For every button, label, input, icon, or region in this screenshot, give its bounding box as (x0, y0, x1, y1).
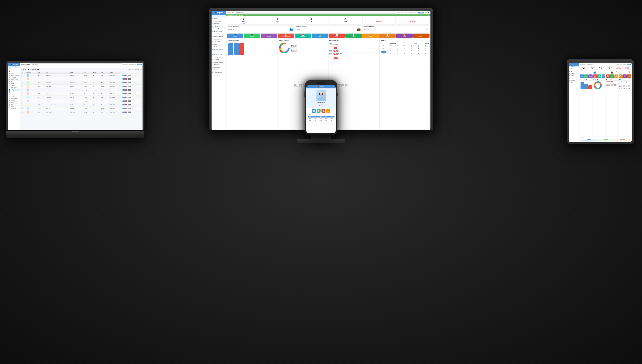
cal-day-2[interactable]: 2 (415, 46, 422, 48)
cal-day-18[interactable]: 18 (380, 51, 387, 53)
report-btn[interactable]: Report (128, 112, 131, 113)
report-btn[interactable]: Report (128, 97, 131, 98)
t-qa-student[interactable]: 👨‍🎓 Student (580, 74, 584, 78)
edit-btn[interactable]: Edit (122, 108, 125, 109)
sidebar-item-submission[interactable]: Submission (212, 69, 226, 71)
phone-btn-2[interactable]: 📋 (317, 109, 320, 113)
qa-message-btn[interactable]: ✉ Message (413, 34, 430, 38)
tablet-update-btn[interactable]: Update (627, 64, 631, 65)
qa-fees-btn[interactable]: 💰 Fees (312, 34, 328, 38)
t-qa-leave[interactable]: ⏰ Leave (610, 74, 614, 78)
cal-day-12[interactable]: 12 (387, 50, 394, 51)
report-btn[interactable]: Report (128, 75, 131, 76)
phone-btn-3[interactable]: 📝 (322, 109, 325, 113)
sidebar-item-manage-student[interactable]: Manage Student (212, 61, 226, 64)
cal-today-btn[interactable]: today (414, 43, 417, 44)
search-input[interactable] (235, 12, 396, 14)
edit-btn[interactable]: Edit (122, 78, 125, 80)
sidebar-item-section[interactable]: Section (212, 46, 226, 48)
tablet-hr-item[interactable]: 👥 HR (569, 71, 579, 73)
laptop-syllabus-item[interactable]: 📖 Syllabus (8, 85, 20, 87)
del-btn[interactable]: Del (125, 104, 128, 106)
report-btn[interactable]: Report (128, 108, 131, 109)
cal-day-24[interactable]: 24 (422, 51, 429, 53)
report-btn[interactable]: Report (128, 90, 131, 91)
edit-btn[interactable]: Edit (122, 93, 125, 94)
cal-day-16[interactable]: 16 (415, 50, 422, 51)
sidebar-item-teacher[interactable]: Manage Teacher (212, 35, 226, 38)
t-qa-notice[interactable]: 🔔 Notice (623, 74, 627, 78)
del-btn[interactable]: Del (125, 90, 128, 91)
sidebar-item-routine[interactable]: Manage Routine (212, 56, 226, 58)
notice-badge-1[interactable]: Details (335, 44, 338, 45)
sidebar-item-leave[interactable]: Manage Leave (212, 30, 226, 33)
cal-day-0[interactable] (380, 46, 387, 48)
edit-btn[interactable]: Edit (122, 104, 125, 106)
sidebar-item-live-class[interactable]: Live Class (212, 40, 226, 43)
del-btn[interactable]: Del (125, 75, 128, 76)
cal-day-26[interactable]: 26 (387, 53, 394, 54)
qa-report-btn[interactable]: 📄 Report (379, 34, 396, 38)
cal-day-17[interactable]: 17 (422, 50, 429, 51)
del-btn[interactable]: Del (125, 97, 128, 98)
qa-result-btn[interactable]: 📊 Result (328, 34, 345, 38)
t-notice-badge-1[interactable]: Detail (610, 81, 613, 82)
t-qa-hostel[interactable]: 🏠 Hostel (614, 74, 618, 78)
del-btn[interactable]: Del (125, 112, 128, 113)
report-btn[interactable]: Report (128, 104, 131, 106)
edit-btn[interactable]: Edit (122, 82, 125, 83)
cal-day-22[interactable]: 22 (408, 51, 415, 53)
laptop-study-item[interactable]: 📝 Study Material (8, 87, 20, 89)
notice-badge-4[interactable]: Details (334, 54, 338, 55)
laptop-generate-card-item[interactable]: 🪪 Generate Card (8, 97, 20, 99)
laptop-attendance-item[interactable]: ✅ Attendance (8, 91, 20, 93)
laptop-event-item[interactable]: 📅 Event (8, 104, 20, 106)
tablet-payroll-item[interactable]: 💰 Payroll (569, 69, 579, 71)
qa-student-btn[interactable]: 👨‍🎓 Student (227, 34, 243, 38)
sidebar-item-subject[interactable]: Manage Subject (212, 48, 226, 51)
del-btn[interactable]: Del (125, 108, 128, 109)
tablet-student-item[interactable]: 👨‍🎓 Student (569, 78, 579, 80)
edit-btn[interactable]: Edit (122, 86, 125, 87)
cal-day-000[interactable] (394, 46, 401, 48)
cal-next-btn[interactable]: › (404, 42, 406, 44)
tablet-class-item[interactable]: 📚 Class (569, 76, 579, 78)
t-qa-routine[interactable]: 📅 Routine (597, 74, 601, 78)
tablet-teacher-item[interactable]: 👨‍🏫 Teacher (569, 74, 579, 76)
sidebar-item-guardian[interactable]: Guardian (212, 58, 226, 61)
cal-day-13[interactable]: 13 (394, 50, 401, 51)
qa-student-att-btn[interactable]: 📋 Student Attendance (278, 34, 294, 38)
cal-day-6[interactable]: 6 (394, 48, 401, 49)
sidebar-item-attendance[interactable]: Attendance (212, 64, 226, 66)
del-btn[interactable]: Del (125, 78, 128, 80)
cal-day-00[interactable] (387, 46, 394, 48)
notice-badge-5[interactable]: Details (334, 58, 338, 59)
sidebar-item-assignment[interactable]: Assignment (212, 66, 226, 69)
alert-close[interactable]: ✕ (428, 15, 429, 16)
qa-hostel-btn[interactable]: 🏠 Hostel (362, 34, 378, 38)
laptop-dash-item[interactable]: 📊 Dashboard (8, 66, 20, 68)
notice-badge-3[interactable]: Details (334, 51, 338, 52)
sidebar-item-syllabus[interactable]: Syllabus (212, 51, 226, 53)
laptop-exam-item[interactable]: 📝 Manage Exam (8, 95, 20, 97)
edit-btn[interactable]: Edit (122, 97, 125, 98)
tablet-attendance-item[interactable]: ✅ Attendance (569, 80, 579, 82)
laptop-payroll-item[interactable]: 💰 Payroll (8, 72, 20, 74)
laptop-search-input[interactable] (31, 64, 122, 65)
tablet-admin-item[interactable]: 👤 Admin (569, 68, 579, 69)
edit-btn[interactable]: Edit (122, 112, 125, 113)
laptop-setting-item[interactable]: ⚙ Setting (8, 68, 20, 70)
cal-day-10[interactable]: 10 (422, 48, 429, 49)
sidebar-item-exam[interactable]: Manage Exam (212, 74, 226, 76)
laptop-hr-item[interactable]: 👥 Human Resource (8, 74, 20, 76)
phone-btn-1[interactable]: 📊 (312, 109, 316, 113)
sidebar-item-hr[interactable]: Human Resource (212, 28, 226, 30)
cal-day-0000[interactable] (401, 46, 408, 48)
cal-day-8[interactable]: 8 (408, 48, 415, 49)
cal-day-30[interactable]: 30 (415, 53, 422, 54)
laptop-admin-item[interactable]: 👤 Administrator (8, 70, 20, 72)
edit-btn[interactable]: Edit (122, 75, 125, 76)
t-qa-fees[interactable]: 💰 Fees (602, 74, 606, 78)
study-mat-item-2[interactable]: 📄 Science PDF (598, 139, 614, 140)
sidebar-item-payroll[interactable]: Payroll (212, 25, 226, 28)
